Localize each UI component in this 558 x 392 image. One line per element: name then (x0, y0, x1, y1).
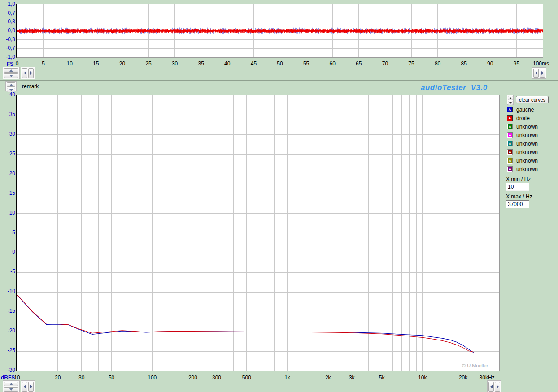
x-max-label: X max / Hz (506, 194, 532, 200)
freq-x-tick-label: 30 (72, 375, 92, 381)
down-arrow-icon (9, 388, 13, 391)
scope-x-tick-label: 100ms (529, 60, 549, 67)
scope-x-tick-label: 75 (401, 60, 421, 67)
legend-swatch-unknown-4[interactable]: A (507, 141, 513, 146)
remark-up-button[interactable] (7, 82, 15, 87)
scope-x-scroll-group (21, 67, 35, 79)
freq-x-tick-label: 20 (48, 375, 68, 381)
frequency-response-plot (16, 95, 500, 371)
freq-x-tick-label: 2k (318, 375, 338, 381)
legend-swatch-droite-1[interactable]: A (507, 115, 513, 121)
legend-item-label: unknown (516, 158, 538, 164)
freq-x-tick-label: 1k (278, 375, 297, 381)
freq-x-right-left-button[interactable] (488, 382, 494, 392)
freq-y-tick-label: 5 (0, 229, 15, 236)
scope-y-tick-label: 0,7 (0, 10, 15, 16)
legend-item-label: droite (516, 115, 530, 121)
scope-x-right-right-button[interactable] (540, 69, 545, 78)
scope-x-tick-label: 35 (191, 60, 211, 67)
scope-y-tick-label: -0,7 (0, 45, 15, 51)
left-arrow-icon (490, 385, 493, 388)
freq-y-tick-label: -15 (0, 308, 15, 314)
legend-item: Aunknown (507, 149, 538, 155)
time-domain-plot (16, 4, 543, 58)
freq-x-left-button[interactable] (22, 382, 27, 392)
legend-item-label: unknown (516, 124, 538, 130)
freq-y-tick-label: -5 (0, 268, 15, 275)
scope-x-tick-label: 85 (454, 60, 474, 67)
scope-y-tick-label: -0,3 (0, 36, 15, 43)
up-arrow-icon (509, 97, 512, 99)
freq-x-tick-label: 100 (142, 375, 162, 381)
freq-y-tick-label: 35 (0, 111, 15, 117)
left-arrow-icon (535, 71, 537, 75)
legend-item: Aunknown (507, 140, 538, 147)
legend-item-label: unknown (516, 141, 538, 147)
legend-swatch-unknown-7[interactable]: A (507, 166, 513, 172)
scope-x-tick-label: 15 (86, 60, 106, 67)
freq-x-tick-label: 10k (413, 375, 432, 381)
scope-y-down-button[interactable] (4, 73, 18, 78)
left-arrow-icon (24, 71, 26, 75)
x-min-input[interactable] (506, 183, 529, 191)
dbfs-axis-unit-label: dBFS (1, 375, 15, 381)
down-arrow-icon (509, 102, 512, 104)
legend-swatch-unknown-3[interactable]: A (507, 132, 513, 138)
x-max-input[interactable] (506, 200, 529, 208)
freq-y-tick-label: -10 (0, 288, 15, 294)
freq-y-scroll-group (3, 380, 20, 392)
legend-item: Adroite (507, 115, 530, 121)
freq-y-tick-label: -30 (0, 367, 15, 373)
freq-y-down-button[interactable] (4, 387, 18, 392)
legend-swatch-unknown-2[interactable]: A (507, 124, 513, 129)
down-arrow-icon (9, 75, 13, 77)
legend-swatch-unknown-5[interactable]: A (507, 149, 513, 155)
legend-item: Aunknown (507, 132, 538, 138)
legend-item: Aunknown (507, 157, 538, 164)
freq-x-right-right-button[interactable] (495, 382, 500, 392)
legend-item-label: unknown (516, 132, 538, 138)
curve-droite (17, 295, 474, 352)
freq-y-tick-label: 15 (0, 190, 15, 196)
right-arrow-icon (541, 71, 544, 75)
scope-y-tick-label: 0,0 (0, 27, 15, 34)
scope-x-tick-label: 45 (244, 60, 263, 67)
legend-swatch-gauche-0[interactable]: A (507, 107, 513, 112)
freq-x-right-button[interactable] (28, 382, 34, 392)
legend-item-label: unknown (516, 166, 538, 172)
scope-x-right-left-button[interactable] (533, 69, 539, 78)
scope-x-tick-label: 80 (428, 60, 448, 67)
freq-x-tick-label: 5k (372, 375, 392, 381)
up-arrow-icon (9, 84, 13, 86)
right-arrow-icon (30, 385, 32, 388)
freq-x-scroll-right-group (487, 380, 501, 392)
scope-x-tick-label: 95 (506, 60, 526, 67)
freq-y-tick-label: -20 (0, 327, 15, 334)
freq-x-tick-label: 200 (183, 375, 203, 381)
legend-down-button[interactable] (508, 101, 513, 105)
legend-item-label: unknown (516, 149, 538, 155)
down-arrow-icon (9, 89, 13, 91)
legend-swatch-unknown-6[interactable]: A (507, 158, 513, 164)
section-divider (0, 80, 558, 81)
scope-x-tick-label: 30 (165, 60, 185, 67)
legend-item-label: gauche (516, 107, 534, 113)
legend-spinner-group (507, 95, 514, 105)
scope-x-scroll-right-group (532, 67, 546, 79)
scope-x-tick-label: 60 (323, 60, 342, 67)
up-arrow-icon (9, 383, 13, 385)
scope-x-left-button[interactable] (22, 68, 27, 78)
scope-y-up-button[interactable] (4, 68, 18, 73)
scope-x-tick-label: 40 (218, 60, 237, 67)
legend-up-button[interactable] (508, 96, 513, 100)
right-arrow-icon (497, 385, 499, 388)
scope-x-right-button[interactable] (28, 68, 34, 78)
freq-y-tick-label: 40 (0, 91, 15, 98)
fs-axis-unit-label: FS (7, 61, 13, 67)
right-arrow-icon (30, 71, 32, 75)
freq-y-tick-label: 0 (0, 249, 15, 255)
freq-x-scroll-group (21, 380, 35, 392)
freq-y-tick-label: 30 (0, 131, 15, 137)
freq-y-up-button[interactable] (4, 382, 18, 386)
clear-curves-button[interactable]: clear curves (516, 96, 549, 103)
